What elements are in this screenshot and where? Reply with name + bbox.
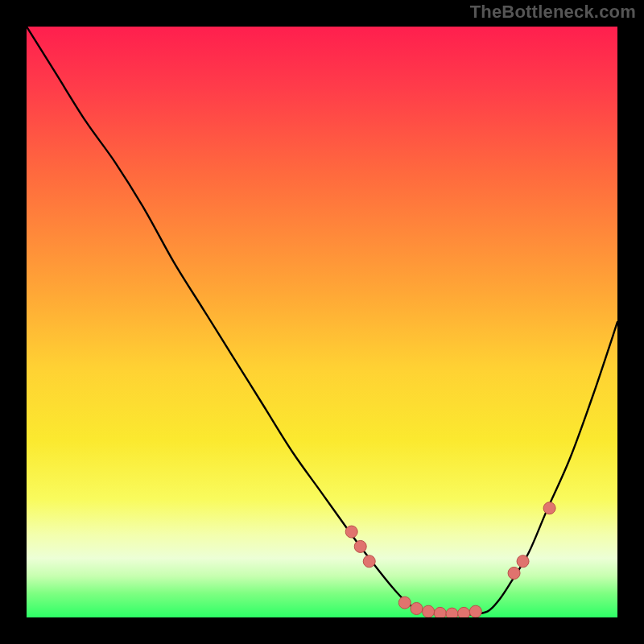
curve-marker [345,526,357,538]
curve-marker [446,608,458,617]
attribution-label: TheBottleneck.com [470,2,636,23]
curve-marker [508,567,520,579]
curve-marker [469,605,481,617]
curve-marker [398,597,411,609]
curve-marker [434,607,446,617]
curve-marker [543,502,555,514]
curve-marker [517,555,529,568]
bottleneck-curve [27,27,617,615]
curve-marker [363,555,375,568]
curve-marker [423,605,435,617]
chart-frame: TheBottleneck.com [0,0,644,644]
curve-markers [345,502,555,617]
curve-marker [354,540,366,552]
plot-area [27,27,617,617]
curve-marker [458,607,470,617]
bottleneck-curve-svg [27,27,617,617]
curve-marker [411,602,423,614]
